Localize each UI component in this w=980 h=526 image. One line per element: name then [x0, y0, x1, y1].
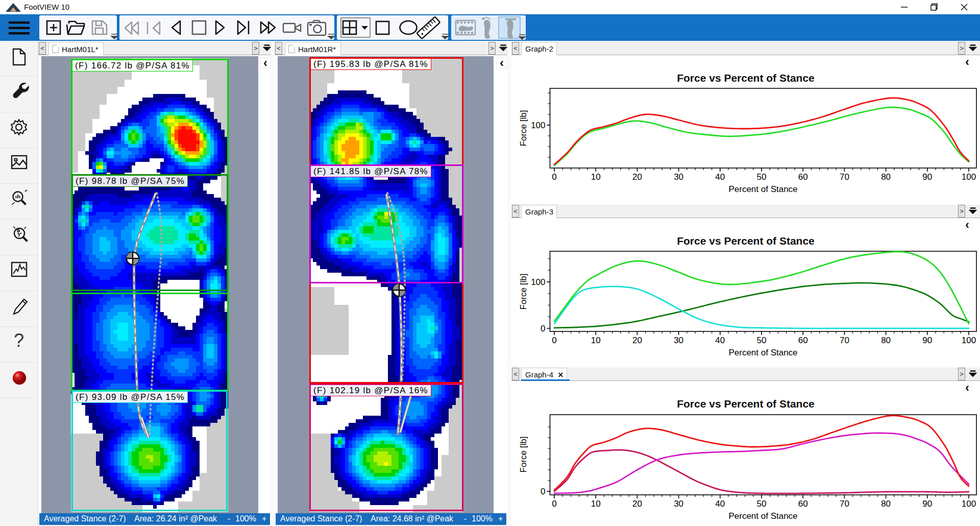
- svg-text:Percent of Stance: Percent of Stance: [728, 184, 797, 194]
- svg-text:10: 10: [591, 172, 601, 182]
- svg-text:60: 60: [798, 336, 808, 345]
- svg-text:Force [lb]: Force [lb]: [519, 110, 528, 147]
- svg-text:50: 50: [757, 172, 767, 182]
- svg-text:60: 60: [798, 499, 808, 509]
- svg-text:?: ?: [14, 330, 24, 351]
- svg-text:40: 40: [715, 499, 725, 509]
- svg-text:20: 20: [632, 336, 642, 345]
- svg-text:40: 40: [715, 336, 725, 345]
- svg-text:10: 10: [591, 336, 601, 345]
- svg-text:90: 90: [922, 336, 932, 345]
- svg-text:20: 20: [632, 499, 642, 509]
- svg-text:0: 0: [552, 172, 556, 182]
- svg-text:40: 40: [715, 172, 725, 182]
- svg-text:Percent of Stance: Percent of Stance: [728, 348, 797, 357]
- svg-text:0: 0: [541, 324, 545, 333]
- svg-text:90: 90: [922, 172, 932, 182]
- svg-text:90: 90: [922, 499, 932, 509]
- svg-text:30: 30: [674, 499, 683, 509]
- svg-text:100: 100: [531, 121, 545, 130]
- svg-text:50: 50: [757, 336, 767, 345]
- svg-text:30: 30: [674, 172, 683, 182]
- svg-text:0: 0: [552, 499, 556, 509]
- svg-text:0: 0: [541, 487, 545, 496]
- svg-text:Force [lb]: Force [lb]: [519, 437, 528, 473]
- svg-text:70: 70: [840, 336, 849, 345]
- svg-text:70: 70: [840, 499, 849, 509]
- svg-text:60: 60: [798, 172, 808, 182]
- svg-text:80: 80: [881, 172, 891, 182]
- svg-text:100: 100: [962, 172, 976, 182]
- svg-text:70: 70: [840, 172, 849, 182]
- svg-text:30: 30: [674, 336, 683, 345]
- svg-text:20: 20: [632, 172, 642, 182]
- svg-text:0: 0: [552, 336, 556, 345]
- svg-text:80: 80: [881, 336, 891, 345]
- svg-text:10: 10: [591, 499, 601, 509]
- svg-text:100: 100: [962, 336, 976, 345]
- svg-text:Force [lb]: Force [lb]: [519, 274, 528, 310]
- svg-text:50: 50: [757, 499, 767, 509]
- svg-text:80: 80: [881, 499, 891, 509]
- svg-text:100: 100: [531, 277, 545, 287]
- svg-text:Percent of Stance: Percent of Stance: [728, 511, 797, 521]
- svg-text:100: 100: [962, 499, 976, 509]
